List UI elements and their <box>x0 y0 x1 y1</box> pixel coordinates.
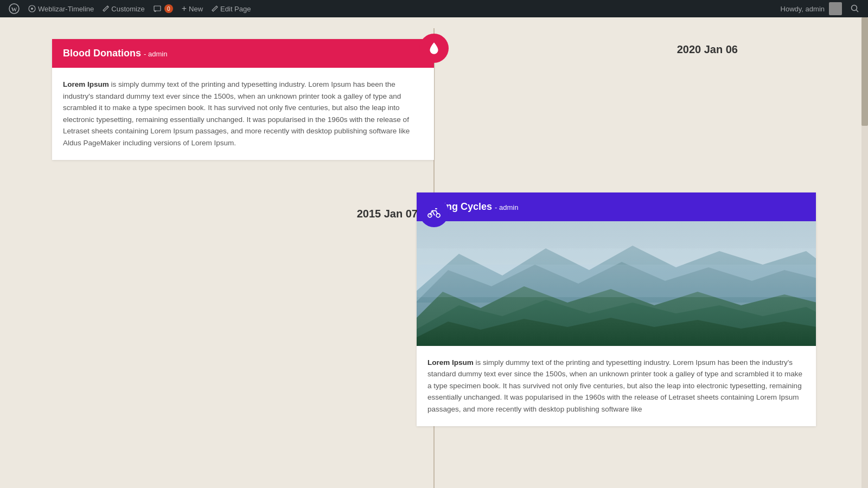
scrollbar-thumb[interactable] <box>861 17 868 126</box>
svg-point-7 <box>436 213 440 217</box>
edit-pencil-icon <box>212 5 218 12</box>
timeline-entry-blood-donations: 2020 Jan 06 Blood Donations - admin Lore… <box>0 28 868 160</box>
wp-logo-icon: W <box>9 3 20 14</box>
svg-text:W: W <box>11 6 17 12</box>
site-name-button[interactable]: Weblizar-Timeline <box>24 0 98 17</box>
customize-label: Customize <box>111 5 144 13</box>
howdy-text: Howdy, admin <box>781 5 825 13</box>
timeline-entry-riding-cycles: 2015 Jan 07 Riding Cycles - admin <box>0 192 868 426</box>
entry-card-riding-cycles: Riding Cycles - admin <box>417 192 816 426</box>
entry-body-blood-donations: Lorem Ipsum is simply dummy text of the … <box>52 68 434 160</box>
search-button[interactable] <box>846 0 864 17</box>
entry-body-riding-cycles: Lorem Ipsum is simply dummy text of the … <box>417 346 816 426</box>
comment-count-badge: 0 <box>164 4 173 13</box>
admin-bar-right: Howdy, admin <box>776 0 864 17</box>
bike-icon <box>426 205 442 220</box>
svg-point-5 <box>852 5 857 11</box>
drop-icon <box>427 41 441 55</box>
plus-icon: + <box>182 4 187 13</box>
search-icon <box>851 4 859 13</box>
edit-page-button[interactable]: Edit Page <box>207 0 255 17</box>
lorem-bold: Lorem Ipsum <box>63 80 109 88</box>
pencil-icon <box>103 5 109 12</box>
svg-point-3 <box>31 8 33 10</box>
scrollbar[interactable] <box>861 17 868 488</box>
entry-card-blood-donations: Blood Donations - admin Lorem Ipsum is s… <box>52 39 434 160</box>
wp-logo-button[interactable]: W <box>4 0 24 17</box>
entry-icon-riding-cycles <box>419 198 449 227</box>
customize-button[interactable]: Customize <box>98 0 149 17</box>
entry-title: Blood Donations <box>63 48 141 59</box>
user-avatar <box>829 2 842 15</box>
lorem-bold-riding: Lorem Ipsum <box>427 358 474 367</box>
timeline-container: 2020 Jan 06 Blood Donations - admin Lore… <box>0 28 868 488</box>
entry-image-riding-cycles <box>417 221 816 346</box>
admin-bar: W Weblizar-Timeline Customize 0 + New Ed… <box>0 0 868 17</box>
site-name-label: Weblizar-Timeline <box>38 5 94 13</box>
svg-point-8 <box>435 208 436 209</box>
entry-icon-blood-donations <box>419 34 449 63</box>
comment-icon <box>154 5 161 12</box>
new-label: New <box>189 5 203 13</box>
entry-author-riding: - admin <box>495 203 518 211</box>
site-icon <box>28 5 36 12</box>
entry-date-riding-cycles: 2015 Jan 07 <box>357 208 418 220</box>
edit-page-label: Edit Page <box>220 5 251 13</box>
comments-button[interactable]: 0 <box>149 0 177 17</box>
svg-rect-4 <box>154 6 161 11</box>
page-content: 2020 Jan 06 Blood Donations - admin Lore… <box>0 17 868 488</box>
new-button[interactable]: + New <box>177 0 207 17</box>
howdy-button[interactable]: Howdy, admin <box>776 0 846 17</box>
entry-author: - admin <box>144 50 167 58</box>
entry-date-blood-donations: 2020 Jan 06 <box>677 43 738 56</box>
entry-header-blood-donations: Blood Donations - admin <box>52 39 434 68</box>
entry-header-riding-cycles: Riding Cycles - admin <box>417 192 816 221</box>
svg-rect-16 <box>417 265 816 297</box>
